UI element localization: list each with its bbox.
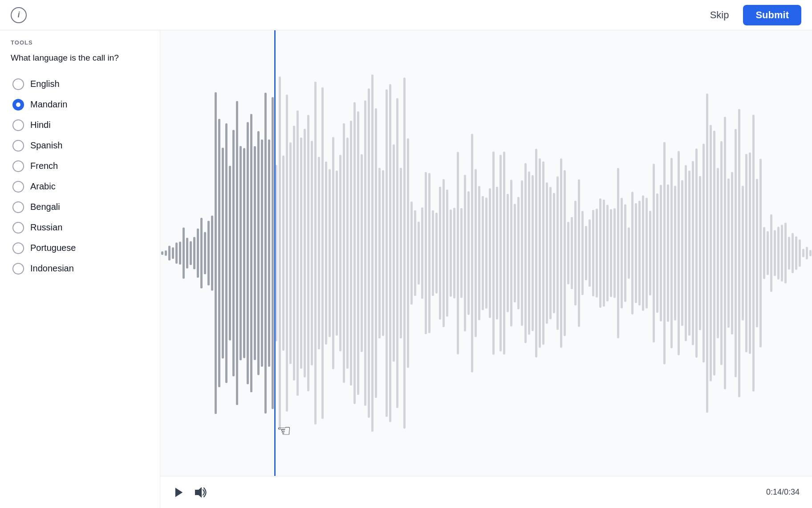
radio-item-hindi[interactable]: Hindi bbox=[11, 115, 149, 135]
svg-rect-163 bbox=[742, 186, 744, 320]
svg-rect-131 bbox=[628, 227, 630, 279]
svg-rect-64 bbox=[389, 84, 391, 422]
play-button[interactable] bbox=[173, 486, 185, 499]
radio-item-portuguese[interactable]: Portuguese bbox=[11, 238, 149, 258]
svg-rect-94 bbox=[496, 187, 498, 320]
radio-item-bengali[interactable]: Bengali bbox=[11, 197, 149, 217]
svg-rect-120 bbox=[589, 219, 591, 287]
svg-rect-170 bbox=[767, 231, 769, 275]
svg-rect-129 bbox=[621, 198, 623, 308]
svg-rect-180 bbox=[802, 249, 804, 258]
svg-rect-113 bbox=[564, 170, 566, 336]
submit-button[interactable]: Submit bbox=[743, 5, 801, 25]
radio-circle-french bbox=[12, 160, 24, 172]
svg-rect-124 bbox=[603, 200, 605, 307]
svg-rect-174 bbox=[781, 225, 783, 282]
radio-item-english[interactable]: English bbox=[11, 74, 149, 94]
svg-rect-47 bbox=[329, 169, 331, 337]
svg-rect-8 bbox=[190, 241, 192, 265]
controls-bar: 0:14/0:34 bbox=[160, 476, 812, 508]
tools-label: TOOLS bbox=[11, 39, 149, 46]
svg-rect-108 bbox=[546, 182, 548, 324]
svg-rect-147 bbox=[685, 165, 687, 341]
radio-label-arabic: Arabic bbox=[30, 181, 56, 192]
svg-rect-148 bbox=[688, 171, 690, 336]
svg-rect-121 bbox=[592, 210, 594, 296]
radio-item-indonesian[interactable]: Indonesian bbox=[11, 258, 149, 279]
waveform-svg bbox=[160, 30, 812, 476]
svg-rect-38 bbox=[296, 111, 299, 396]
svg-rect-25 bbox=[250, 114, 252, 393]
svg-rect-141 bbox=[663, 142, 666, 365]
svg-rect-138 bbox=[653, 164, 655, 343]
svg-rect-97 bbox=[507, 194, 509, 312]
svg-rect-109 bbox=[549, 187, 552, 319]
radio-item-french[interactable]: French bbox=[11, 156, 149, 176]
svg-rect-178 bbox=[795, 237, 797, 270]
svg-rect-13 bbox=[207, 221, 210, 285]
svg-rect-14 bbox=[211, 216, 213, 291]
svg-rect-132 bbox=[631, 192, 633, 314]
svg-rect-86 bbox=[467, 191, 470, 315]
svg-rect-91 bbox=[485, 197, 487, 308]
svg-rect-70 bbox=[410, 201, 413, 305]
volume-button[interactable] bbox=[194, 486, 207, 499]
svg-rect-114 bbox=[567, 222, 569, 285]
svg-rect-17 bbox=[222, 148, 224, 359]
info-icon[interactable]: i bbox=[11, 7, 27, 23]
question-text: What language is the call in? bbox=[11, 52, 149, 64]
svg-rect-52 bbox=[346, 138, 349, 369]
svg-rect-55 bbox=[357, 111, 359, 395]
svg-rect-177 bbox=[792, 233, 794, 273]
svg-rect-57 bbox=[364, 100, 366, 406]
svg-rect-171 bbox=[770, 214, 772, 292]
svg-rect-61 bbox=[378, 168, 381, 339]
svg-rect-75 bbox=[428, 173, 430, 333]
svg-rect-106 bbox=[539, 158, 541, 348]
svg-rect-29 bbox=[264, 93, 267, 414]
svg-rect-176 bbox=[788, 237, 790, 270]
radio-label-spanish: Spanish bbox=[30, 140, 62, 151]
svg-rect-116 bbox=[574, 201, 577, 306]
svg-rect-119 bbox=[585, 226, 587, 280]
svg-rect-172 bbox=[774, 230, 776, 276]
radio-circle-russian bbox=[12, 222, 24, 234]
radio-item-arabic[interactable]: Arabic bbox=[11, 176, 149, 197]
skip-button[interactable]: Skip bbox=[703, 6, 736, 25]
svg-rect-1 bbox=[165, 250, 167, 256]
svg-rect-152 bbox=[702, 144, 705, 363]
svg-rect-143 bbox=[670, 158, 673, 348]
radio-label-mandarin: Mandarin bbox=[30, 99, 67, 110]
svg-rect-0 bbox=[161, 251, 163, 255]
svg-rect-154 bbox=[710, 125, 712, 381]
svg-rect-161 bbox=[735, 129, 737, 377]
radio-circle-mandarin bbox=[12, 99, 24, 111]
svg-rect-133 bbox=[635, 203, 637, 303]
svg-rect-179 bbox=[799, 239, 801, 267]
radio-item-spanish[interactable]: Spanish bbox=[11, 135, 149, 156]
radio-label-french: French bbox=[30, 161, 58, 171]
svg-rect-150 bbox=[695, 148, 698, 358]
radio-circle-bengali bbox=[12, 201, 24, 213]
svg-rect-158 bbox=[724, 117, 726, 389]
svg-rect-173 bbox=[777, 227, 780, 280]
svg-rect-49 bbox=[336, 171, 338, 336]
svg-rect-103 bbox=[528, 172, 530, 335]
radio-item-mandarin[interactable]: Mandarin bbox=[11, 94, 149, 115]
svg-rect-162 bbox=[738, 109, 740, 397]
svg-rect-50 bbox=[339, 155, 341, 352]
svg-rect-105 bbox=[535, 149, 537, 357]
svg-rect-10 bbox=[197, 229, 199, 278]
svg-rect-181 bbox=[806, 247, 808, 260]
svg-rect-48 bbox=[332, 137, 334, 369]
svg-rect-160 bbox=[731, 172, 733, 335]
svg-rect-69 bbox=[407, 139, 409, 368]
waveform-area[interactable]: ☞ bbox=[160, 30, 812, 476]
svg-rect-56 bbox=[361, 154, 363, 352]
svg-rect-11 bbox=[200, 218, 203, 289]
header-left: i bbox=[11, 7, 27, 23]
svg-rect-18 bbox=[225, 123, 227, 383]
svg-rect-110 bbox=[553, 193, 555, 313]
svg-rect-155 bbox=[713, 131, 715, 376]
radio-item-russian[interactable]: Russian bbox=[11, 217, 149, 238]
